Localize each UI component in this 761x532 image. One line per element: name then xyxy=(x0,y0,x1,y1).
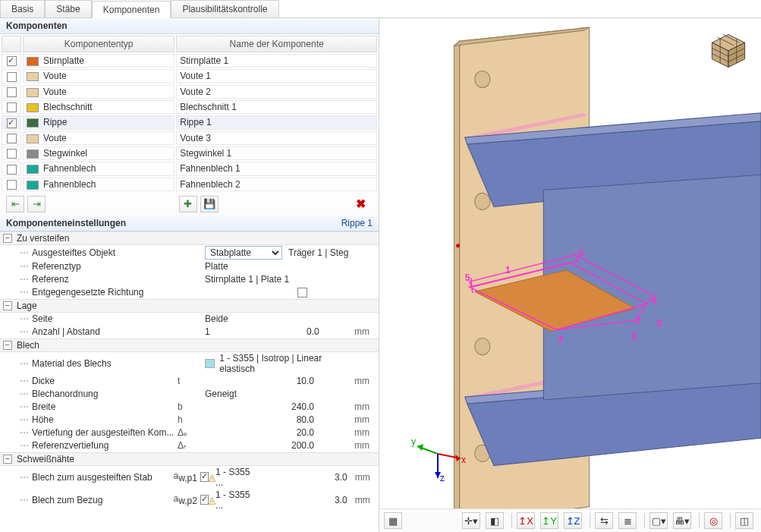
collapse-icon[interactable]: − xyxy=(3,301,12,310)
layers-button[interactable]: ▦ xyxy=(384,512,402,529)
component-name: Fahnenblech 1 xyxy=(176,162,377,175)
row-checkbox[interactable] xyxy=(7,165,17,175)
value-unit: mm xyxy=(351,326,376,337)
row-checkbox[interactable] xyxy=(7,56,17,66)
new-button[interactable]: ✚ xyxy=(179,196,197,212)
table-row[interactable]: StegwinkelStegwinkel 1 xyxy=(2,146,377,160)
settings-tree: −Zu versteifen⋯Ausgesteiftes ObjektStabp… xyxy=(0,231,379,532)
group-header-blech[interactable]: −Blech xyxy=(0,338,379,352)
move-down-button[interactable]: ⇥ xyxy=(27,196,46,212)
row-checkbox[interactable] xyxy=(7,180,17,190)
settings-row: ⋯SeiteBeide xyxy=(0,313,379,326)
settings-row: ⋯Dicket10.0mm xyxy=(0,375,379,388)
axes-button[interactable]: ✛▾ xyxy=(462,512,480,529)
collapse-icon[interactable]: − xyxy=(3,455,12,464)
value-number[interactable]: 3.0 xyxy=(253,472,351,483)
3d-viewport[interactable]: 1 5 4 3 2 3 4 5 xyxy=(379,18,761,508)
row-label: Referenzvertiefung xyxy=(32,440,108,451)
value-number[interactable]: 240.0 xyxy=(205,401,319,412)
tree-dots-icon: ⋯ xyxy=(20,414,29,425)
view-button[interactable]: ◧ xyxy=(486,512,504,529)
sync-button[interactable]: ⇆ xyxy=(595,512,613,529)
table-row[interactable]: VouteVoute 2 xyxy=(2,85,377,99)
save-button[interactable]: 💾 xyxy=(200,196,219,212)
component-type: Blechschnitt xyxy=(43,102,93,112)
tab-komponenten[interactable]: Komponenten xyxy=(92,1,171,18)
table-row[interactable]: RippeRippe 1 xyxy=(2,115,377,129)
value-number[interactable]: 3.0 xyxy=(253,495,351,505)
group-header-stiffen[interactable]: −Zu versteifen xyxy=(0,231,379,245)
y-view-button[interactable]: ↥Y xyxy=(540,512,558,529)
value-select[interactable]: Stabplatte xyxy=(205,246,282,260)
svg-point-3 xyxy=(475,71,490,87)
settings-row: ⋯Höheh80.0mm xyxy=(0,414,379,427)
weld-on-checkbox[interactable] xyxy=(200,472,209,482)
tree-dots-icon: ⋯ xyxy=(20,287,29,297)
tree-dots-icon: ⋯ xyxy=(20,440,29,451)
component-type: Fahnenblech xyxy=(43,163,96,174)
target-button[interactable]: ◎ xyxy=(704,512,722,529)
value-number[interactable]: 0.0 xyxy=(210,326,324,337)
table-row[interactable]: BlechschnittBlechschnitt 1 xyxy=(2,100,377,114)
settings-row: ⋯ReferenztypPlatte xyxy=(0,260,379,273)
col-name[interactable]: Name der Komponente xyxy=(176,36,377,52)
settings-row: ⋯Vertiefung der ausgesteiften Kom...Δₑ20… xyxy=(0,427,379,439)
symbol: Δᵣ xyxy=(178,440,205,451)
row-checkbox[interactable] xyxy=(7,149,17,159)
value-number[interactable]: 80.0 xyxy=(205,414,319,425)
component-type: Voute xyxy=(43,87,67,97)
row-checkbox[interactable] xyxy=(7,118,17,128)
value-checkbox[interactable] xyxy=(297,288,307,297)
weld-material: 1 - S355 ... xyxy=(215,490,253,511)
table-row[interactable]: VouteVoute 3 xyxy=(2,131,377,145)
symbol: t xyxy=(178,376,205,386)
orientation-cube-icon[interactable] xyxy=(708,30,749,71)
svg-text:3: 3 xyxy=(631,331,637,342)
settings-row: ⋯Blech zum ausgesteiften Stabaw,p1 ◬ 1 -… xyxy=(0,466,379,489)
tab-plausibilitaet[interactable]: Plausibilitätskontrolle xyxy=(171,0,278,17)
x-view-button[interactable]: ↥X xyxy=(517,512,535,529)
settings-subject: Rippe 1 xyxy=(341,218,373,228)
svg-text:3: 3 xyxy=(656,318,662,329)
row-checkbox[interactable] xyxy=(7,87,17,97)
panel-button[interactable]: ◫ xyxy=(735,512,753,529)
weld-on-checkbox[interactable] xyxy=(200,495,209,505)
value-extra: Träger 1 | Steg xyxy=(288,247,348,258)
collapse-icon[interactable]: − xyxy=(3,234,12,243)
row-checkbox[interactable] xyxy=(7,102,17,112)
svg-point-5 xyxy=(475,338,490,355)
value-number[interactable]: 10.0 xyxy=(205,376,319,386)
svg-text:x: x xyxy=(461,455,466,465)
group-title: Blech xyxy=(17,340,39,351)
svg-text:5: 5 xyxy=(465,272,470,283)
value-unit: mm xyxy=(351,427,376,438)
delete-button[interactable]: ✖ xyxy=(351,196,369,212)
tab-basis[interactable]: Basis xyxy=(0,0,45,17)
col-type[interactable]: Komponententyp xyxy=(23,36,175,52)
row-label: Vertiefung der ausgesteiften Kom... xyxy=(32,427,174,438)
stack-button[interactable]: ≣ xyxy=(618,512,637,529)
box-button[interactable]: ▢▾ xyxy=(649,512,668,529)
print-button[interactable]: 🖶▾ xyxy=(673,512,691,529)
row-label: Dicke xyxy=(32,376,55,386)
group-header-lage[interactable]: −Lage xyxy=(0,299,379,313)
table-row[interactable]: FahnenblechFahnenblech 2 xyxy=(2,178,377,191)
tree-dots-icon: ⋯ xyxy=(20,376,29,386)
collapse-icon[interactable]: − xyxy=(3,341,12,350)
z-view-button[interactable]: ↥Z xyxy=(564,512,582,529)
tab-staebe[interactable]: Stäbe xyxy=(45,0,91,17)
axis-triad: x y z xyxy=(411,431,472,486)
move-up-button[interactable]: ⇤ xyxy=(6,196,24,212)
value-number[interactable]: 200.0 xyxy=(205,440,319,451)
value-unit: mm xyxy=(351,440,376,451)
group-header-welds[interactable]: −Schweißnähte xyxy=(0,452,379,466)
value-number[interactable]: 20.0 xyxy=(205,427,319,438)
table-row[interactable]: StirnplatteStirnplatte 1 xyxy=(2,54,377,68)
row-checkbox[interactable] xyxy=(7,134,17,143)
tree-dots-icon: ⋯ xyxy=(20,427,29,438)
table-row[interactable]: VouteVoute 1 xyxy=(2,69,377,83)
svg-text:z: z xyxy=(440,473,445,483)
table-row[interactable]: FahnenblechFahnenblech 1 xyxy=(2,162,377,175)
row-checkbox[interactable] xyxy=(7,72,17,82)
svg-text:y: y xyxy=(411,436,416,447)
